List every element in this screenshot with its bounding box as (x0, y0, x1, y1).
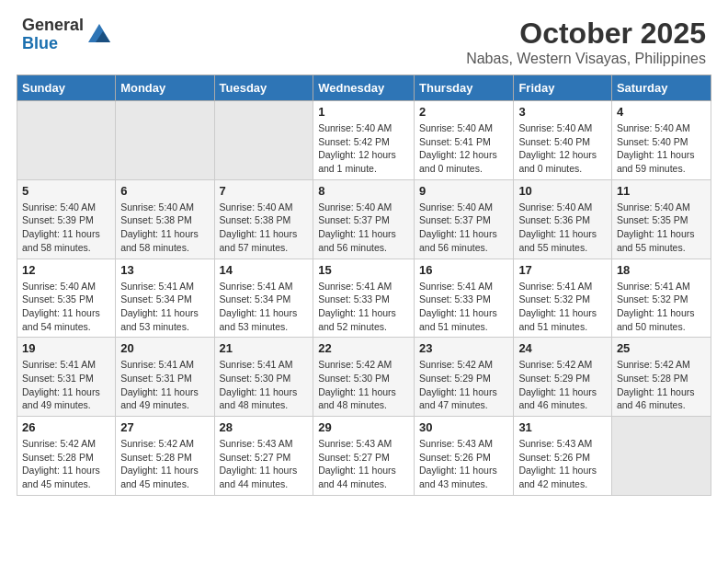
day-info: Sunrise: 5:41 AM Sunset: 5:34 PM Dayligh… (220, 280, 309, 334)
table-row: 19Sunrise: 5:41 AM Sunset: 5:31 PM Dayli… (17, 338, 116, 417)
day-number: 13 (120, 263, 209, 277)
day-number: 17 (518, 263, 607, 277)
day-info: Sunrise: 5:40 AM Sunset: 5:35 PM Dayligh… (22, 280, 110, 334)
day-info: Sunrise: 5:43 AM Sunset: 5:26 PM Dayligh… (518, 437, 607, 491)
day-number: 12 (22, 263, 110, 277)
day-number: 22 (318, 341, 409, 355)
day-info: Sunrise: 5:40 AM Sunset: 5:40 PM Dayligh… (617, 121, 706, 176)
table-row: 28Sunrise: 5:43 AM Sunset: 5:27 PM Dayli… (214, 417, 313, 496)
day-number: 3 (518, 105, 607, 119)
table-row (214, 101, 313, 180)
day-number: 8 (318, 184, 409, 198)
table-row: 5Sunrise: 5:40 AM Sunset: 5:39 PM Daylig… (17, 179, 116, 259)
day-info: Sunrise: 5:40 AM Sunset: 5:35 PM Dayligh… (617, 201, 706, 255)
header-thursday: Thursday (415, 75, 514, 101)
day-number: 30 (419, 420, 508, 434)
table-row (611, 417, 711, 496)
table-row: 17Sunrise: 5:41 AM Sunset: 5:32 PM Dayli… (514, 259, 612, 338)
logo-general-text: General (22, 16, 84, 34)
day-info: Sunrise: 5:42 AM Sunset: 5:28 PM Dayligh… (22, 437, 110, 491)
table-row: 27Sunrise: 5:42 AM Sunset: 5:28 PM Dayli… (116, 417, 214, 496)
logo: General Blue (22, 17, 112, 53)
table-row (17, 101, 116, 180)
day-number: 19 (22, 341, 110, 355)
day-number: 21 (220, 341, 309, 355)
day-info: Sunrise: 5:41 AM Sunset: 5:32 PM Dayligh… (617, 280, 706, 334)
table-row: 8Sunrise: 5:40 AM Sunset: 5:37 PM Daylig… (313, 179, 415, 259)
header-tuesday: Tuesday (214, 75, 313, 101)
table-row: 14Sunrise: 5:41 AM Sunset: 5:34 PM Dayli… (214, 259, 313, 338)
day-info: Sunrise: 5:41 AM Sunset: 5:30 PM Dayligh… (220, 358, 309, 412)
day-info: Sunrise: 5:42 AM Sunset: 5:29 PM Dayligh… (518, 358, 607, 412)
day-info: Sunrise: 5:40 AM Sunset: 5:39 PM Dayligh… (22, 201, 110, 255)
table-row (116, 101, 214, 180)
day-info: Sunrise: 5:43 AM Sunset: 5:27 PM Dayligh… (318, 437, 409, 491)
day-number: 6 (120, 184, 209, 198)
day-number: 5 (22, 184, 110, 198)
logo-icon (86, 22, 112, 48)
day-info: Sunrise: 5:42 AM Sunset: 5:28 PM Dayligh… (120, 437, 209, 491)
table-row: 11Sunrise: 5:40 AM Sunset: 5:35 PM Dayli… (611, 179, 711, 259)
table-row: 24Sunrise: 5:42 AM Sunset: 5:29 PM Dayli… (514, 338, 612, 417)
logo-blue-text: Blue (22, 34, 58, 52)
day-number: 25 (617, 341, 706, 355)
day-number: 10 (518, 184, 607, 198)
day-info: Sunrise: 5:40 AM Sunset: 5:38 PM Dayligh… (220, 201, 309, 255)
day-number: 4 (617, 105, 706, 119)
table-row: 2Sunrise: 5:40 AM Sunset: 5:41 PM Daylig… (415, 101, 514, 180)
table-row: 15Sunrise: 5:41 AM Sunset: 5:33 PM Dayli… (313, 259, 415, 338)
day-number: 1 (318, 105, 409, 119)
day-info: Sunrise: 5:41 AM Sunset: 5:33 PM Dayligh… (318, 280, 409, 334)
table-row: 7Sunrise: 5:40 AM Sunset: 5:38 PM Daylig… (214, 179, 313, 259)
day-info: Sunrise: 5:40 AM Sunset: 5:36 PM Dayligh… (518, 201, 607, 255)
table-row: 23Sunrise: 5:42 AM Sunset: 5:29 PM Dayli… (415, 338, 514, 417)
day-number: 29 (318, 420, 409, 434)
day-info: Sunrise: 5:40 AM Sunset: 5:38 PM Dayligh… (120, 201, 209, 255)
table-row: 3Sunrise: 5:40 AM Sunset: 5:40 PM Daylig… (514, 101, 612, 180)
day-info: Sunrise: 5:42 AM Sunset: 5:29 PM Dayligh… (419, 358, 508, 412)
table-row: 16Sunrise: 5:41 AM Sunset: 5:33 PM Dayli… (415, 259, 514, 338)
header-friday: Friday (514, 75, 612, 101)
day-info: Sunrise: 5:41 AM Sunset: 5:34 PM Dayligh… (120, 280, 209, 334)
day-info: Sunrise: 5:41 AM Sunset: 5:31 PM Dayligh… (22, 358, 110, 412)
day-info: Sunrise: 5:40 AM Sunset: 5:42 PM Dayligh… (318, 121, 409, 176)
day-number: 27 (120, 420, 209, 434)
day-info: Sunrise: 5:42 AM Sunset: 5:30 PM Dayligh… (318, 358, 409, 412)
table-row: 4Sunrise: 5:40 AM Sunset: 5:40 PM Daylig… (611, 101, 711, 180)
day-number: 24 (518, 341, 607, 355)
header-sunday: Sunday (17, 75, 116, 101)
day-info: Sunrise: 5:40 AM Sunset: 5:37 PM Dayligh… (318, 201, 409, 255)
table-row: 12Sunrise: 5:40 AM Sunset: 5:35 PM Dayli… (17, 259, 116, 338)
day-info: Sunrise: 5:40 AM Sunset: 5:41 PM Dayligh… (419, 121, 508, 176)
month-title: October 2025 (466, 17, 706, 51)
table-row: 29Sunrise: 5:43 AM Sunset: 5:27 PM Dayli… (313, 417, 415, 496)
day-info: Sunrise: 5:43 AM Sunset: 5:27 PM Dayligh… (220, 437, 309, 491)
calendar-header-row: Sunday Monday Tuesday Wednesday Thursday… (17, 75, 711, 101)
day-number: 9 (419, 184, 508, 198)
table-row: 13Sunrise: 5:41 AM Sunset: 5:34 PM Dayli… (116, 259, 214, 338)
table-row: 25Sunrise: 5:42 AM Sunset: 5:28 PM Dayli… (611, 338, 711, 417)
day-number: 15 (318, 263, 409, 277)
table-row: 10Sunrise: 5:40 AM Sunset: 5:36 PM Dayli… (514, 179, 612, 259)
header: General Blue October 2025 Nabas, Western… (0, 0, 728, 75)
day-info: Sunrise: 5:41 AM Sunset: 5:32 PM Dayligh… (518, 280, 607, 334)
day-info: Sunrise: 5:41 AM Sunset: 5:33 PM Dayligh… (419, 280, 508, 334)
day-number: 20 (120, 341, 209, 355)
calendar-table: Sunday Monday Tuesday Wednesday Thursday… (17, 75, 711, 496)
title-section: October 2025 Nabas, Western Visayas, Phi… (466, 17, 706, 67)
day-number: 23 (419, 341, 508, 355)
table-row: 31Sunrise: 5:43 AM Sunset: 5:26 PM Dayli… (514, 417, 612, 496)
table-row: 21Sunrise: 5:41 AM Sunset: 5:30 PM Dayli… (214, 338, 313, 417)
day-number: 2 (419, 105, 508, 119)
calendar-container: Sunday Monday Tuesday Wednesday Thursday… (0, 75, 728, 512)
day-number: 31 (518, 420, 607, 434)
day-number: 28 (220, 420, 309, 434)
header-monday: Monday (116, 75, 214, 101)
day-info: Sunrise: 5:43 AM Sunset: 5:26 PM Dayligh… (419, 437, 508, 491)
table-row: 20Sunrise: 5:41 AM Sunset: 5:31 PM Dayli… (116, 338, 214, 417)
table-row: 26Sunrise: 5:42 AM Sunset: 5:28 PM Dayli… (17, 417, 116, 496)
day-info: Sunrise: 5:41 AM Sunset: 5:31 PM Dayligh… (120, 358, 209, 412)
table-row: 9Sunrise: 5:40 AM Sunset: 5:37 PM Daylig… (415, 179, 514, 259)
day-info: Sunrise: 5:40 AM Sunset: 5:40 PM Dayligh… (518, 121, 607, 176)
day-number: 11 (617, 184, 706, 198)
